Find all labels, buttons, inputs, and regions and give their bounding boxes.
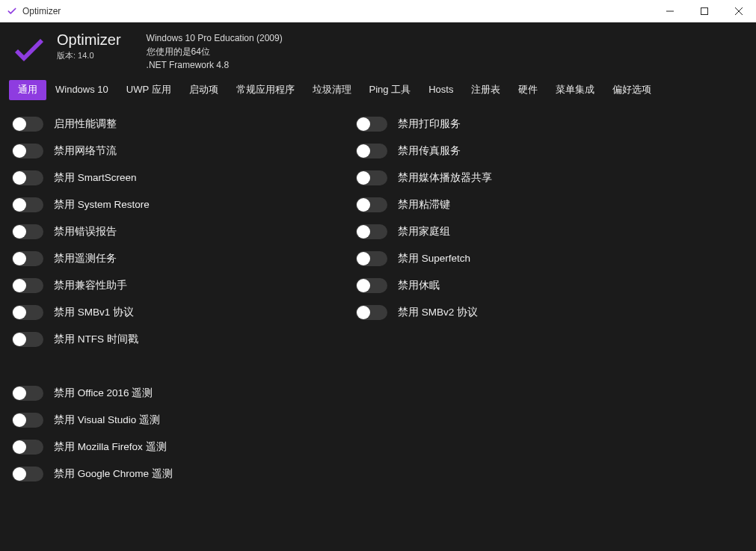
toggle-switch[interactable]: [12, 251, 43, 266]
toggle-knob: [13, 171, 26, 185]
header: Optimizer 版本: 14.0 Windows 10 Pro Educat…: [0, 22, 756, 79]
toggle-knob: [13, 333, 26, 346]
toggle-knob: [357, 306, 370, 319]
app-icon: [4, 6, 19, 16]
toggle-switch[interactable]: [12, 413, 43, 428]
toggle-switch[interactable]: [12, 305, 43, 320]
tab-3[interactable]: 启动项: [180, 80, 227, 100]
toggle-switch[interactable]: [356, 197, 387, 212]
svg-rect-0: [701, 7, 708, 14]
toggle-knob: [13, 306, 26, 319]
toggle-row-left-9: 禁用 Office 2016 遥测: [12, 380, 341, 407]
toggle-knob: [13, 387, 26, 400]
toggle-switch[interactable]: [12, 144, 43, 158]
toggle-row-left-4: 禁用错误报告: [12, 218, 341, 245]
toggle-switch[interactable]: [356, 117, 387, 132]
sys-arch: 您使用的是64位: [147, 45, 283, 58]
tab-5[interactable]: 垃圾清理: [304, 80, 360, 100]
toggle-knob: [13, 198, 26, 212]
toggle-knob: [357, 279, 370, 292]
toggle-row-right-0: 禁用打印服务: [356, 111, 749, 138]
toggle-switch[interactable]: [356, 144, 387, 158]
toggle-label: 禁用 SMBv1 协议: [54, 306, 134, 319]
toggle-row-right-6: 禁用休眠: [356, 272, 749, 299]
toggle-knob: [357, 171, 370, 185]
toggle-switch[interactable]: [12, 332, 43, 347]
toggle-knob: [13, 467, 26, 481]
toggle-switch[interactable]: [12, 170, 43, 185]
toggle-switch[interactable]: [356, 278, 387, 293]
toggle-knob: [357, 117, 370, 131]
toggle-knob: [357, 144, 370, 158]
toggle-knob: [13, 440, 26, 454]
toggle-switch[interactable]: [12, 467, 43, 481]
toggle-row-left-7: 禁用 SMBv1 协议: [12, 299, 341, 326]
toggle-row-left-0: 启用性能调整: [12, 111, 341, 138]
sys-os: Windows 10 Pro Education (2009): [147, 31, 283, 45]
toggle-label: 禁用粘滞键: [398, 198, 450, 212]
toggle-label: 启用性能调整: [54, 117, 117, 131]
toggle-switch[interactable]: [356, 170, 387, 185]
toggle-switch[interactable]: [12, 386, 43, 401]
toggle-knob: [13, 225, 26, 238]
toggle-row-right-7: 禁用 SMBv2 协议: [356, 299, 749, 326]
toggle-row-right-1: 禁用传真服务: [356, 138, 749, 164]
toggle-label: 禁用 SMBv2 协议: [398, 306, 478, 319]
toggle-row-left-5: 禁用遥测任务: [12, 245, 341, 272]
toggle-label: 禁用兼容性助手: [54, 279, 127, 292]
app-body: Optimizer 版本: 14.0 Windows 10 Pro Educat…: [0, 22, 756, 551]
window-title: Optimizer: [22, 6, 61, 16]
toggle-switch[interactable]: [356, 305, 387, 320]
toggle-label: 禁用 NTFS 时间戳: [54, 333, 138, 346]
toggle-switch[interactable]: [12, 440, 43, 455]
toggle-row-left-12: 禁用 Google Chrome 遥测: [12, 461, 341, 487]
toggle-label: 禁用 Office 2016 遥测: [54, 387, 153, 400]
tab-11[interactable]: 偏好选项: [603, 80, 660, 100]
toggle-switch[interactable]: [12, 197, 43, 212]
toggle-label: 禁用媒体播放器共享: [398, 171, 492, 185]
toggle-row-right-4: 禁用家庭组: [356, 218, 749, 245]
toggle-row-right-5: 禁用 Superfetch: [356, 245, 749, 272]
toggle-label: 禁用 Google Chrome 遥测: [54, 467, 173, 481]
tab-8[interactable]: 注册表: [462, 80, 509, 100]
title-bar: Optimizer: [0, 0, 756, 22]
toggle-knob: [357, 198, 370, 212]
toggle-switch[interactable]: [12, 117, 43, 132]
toggle-label: 禁用 Visual Studio 遥测: [54, 413, 160, 427]
toggle-row-left-2: 禁用 SmartScreen: [12, 164, 341, 191]
toggle-knob: [13, 279, 26, 292]
tab-9[interactable]: 硬件: [509, 80, 547, 100]
toggle-row-left-8: 禁用 NTFS 时间戳: [12, 326, 341, 353]
toggle-label: 禁用网络节流: [54, 144, 117, 158]
toggle-switch[interactable]: [12, 278, 43, 293]
toggle-label: 禁用错误报告: [54, 225, 117, 238]
tab-6[interactable]: Ping 工具: [360, 80, 420, 100]
tab-2[interactable]: UWP 应用: [117, 80, 180, 100]
tab-0[interactable]: 通用: [9, 80, 46, 100]
tab-7[interactable]: Hosts: [420, 81, 462, 99]
maximize-button[interactable]: [687, 0, 722, 22]
toggle-switch[interactable]: [12, 224, 43, 239]
toggle-switch[interactable]: [356, 251, 387, 266]
tab-10[interactable]: 菜单集成: [547, 80, 603, 100]
toggle-row-right-2: 禁用媒体播放器共享: [356, 164, 749, 191]
app-version: 版本: 14.0: [57, 50, 121, 61]
toggle-column-right: 禁用打印服务禁用传真服务禁用媒体播放器共享禁用粘滞键禁用家庭组禁用 Superf…: [356, 111, 749, 544]
toggle-label: 禁用 Mozilla Firefox 遥测: [54, 440, 167, 454]
toggle-label: 禁用打印服务: [398, 117, 461, 131]
system-info: Windows 10 Pro Education (2009) 您使用的是64位…: [147, 31, 283, 72]
toggle-switch[interactable]: [356, 224, 387, 239]
sys-dotnet: .NET Framework 4.8: [147, 58, 283, 72]
app-title: Optimizer: [57, 31, 121, 49]
tab-1[interactable]: Windows 10: [46, 81, 117, 99]
minimize-button[interactable]: [653, 0, 687, 22]
tab-bar: 通用Windows 10UWP 应用启动项常规应用程序垃圾清理Ping 工具Ho…: [0, 79, 756, 100]
close-button[interactable]: [722, 0, 756, 22]
toggle-label: 禁用家庭组: [398, 225, 450, 238]
toggle-label: 禁用 Superfetch: [398, 252, 470, 265]
toggle-label: 禁用 SmartScreen: [54, 171, 137, 185]
title-block: Optimizer 版本: 14.0: [57, 31, 121, 61]
toggle-row-left-11: 禁用 Mozilla Firefox 遥测: [12, 434, 341, 461]
tab-4[interactable]: 常规应用程序: [227, 80, 304, 100]
toggle-knob: [357, 225, 370, 238]
